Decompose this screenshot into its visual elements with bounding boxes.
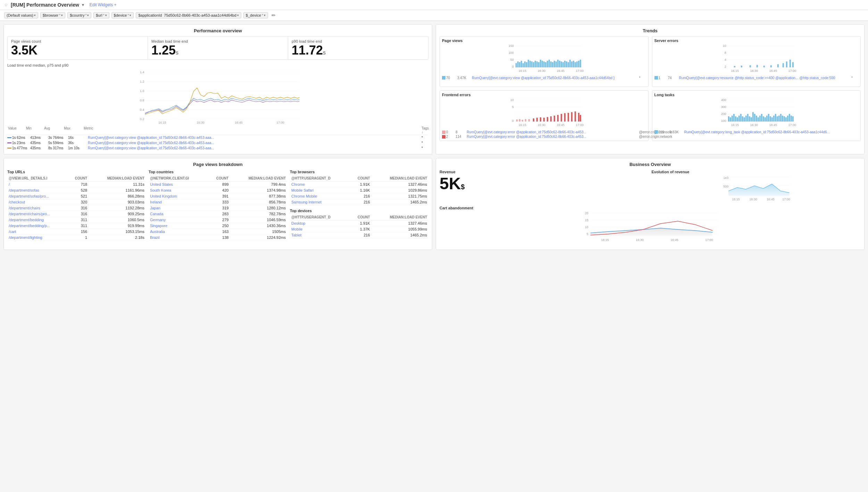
bottom-area: Page views breakdown Top URLs @VIEW.URL_… [0,158,868,253]
svg-text:20: 20 [585,211,588,215]
svg-rect-77 [756,65,758,67]
svg-rect-99 [525,119,526,122]
table-row: United Kingdom391877.38ms [149,193,287,199]
median-load-value: 1.25s [151,44,284,57]
svg-text:16:15: 16:15 [518,69,526,73]
svg-text:16:30: 16:30 [749,198,757,201]
top-browsers-table: @HTTP.USERAGENT_D COUNT MEDIAN:LOAD EVEN… [290,175,428,205]
svg-text:16:30: 16:30 [750,69,758,73]
browsers-devices-section: Top browsers @HTTP.USERAGENT_D COUNT MED… [290,170,428,241]
legend-color-yellow [7,148,11,149]
lt-legend-color [654,130,658,134]
dropdown-arrow-icon: ▾ [61,14,63,17]
svg-rect-84 [792,62,793,67]
svg-rect-52 [564,61,566,67]
svg-text:16:45: 16:45 [557,123,565,127]
table-row: Brazil1381224.92ms [149,235,287,241]
svg-text:0.8: 0.8 [140,99,144,102]
svg-rect-34 [533,62,534,67]
p90-load-metric: p90 load time end 11.72s [288,36,428,59]
trends-grid: Page views 150 100 50 0 [440,36,861,141]
svg-text:15: 15 [585,218,588,222]
filter-default-values[interactable]: (Default values) ▾ [4,12,38,18]
cart-abandonment-chart: 20 15 10 5 16:15 16:30 16:45 17:00 [440,211,861,246]
svg-rect-152 [769,116,771,122]
svg-rect-79 [770,65,771,67]
table-row: Canada283782.78ms [149,211,287,217]
filter-country[interactable]: $country * ▾ [67,12,91,18]
svg-rect-32 [529,61,531,67]
svg-text:16:15: 16:15 [731,123,739,127]
svg-rect-78 [763,66,765,67]
svg-text:0: 0 [512,119,514,123]
revenue-evolution-chart: 1e3 500 16:15 16:30 16:45 17:00 [652,175,861,203]
table-row: /checkout320903.03ms [7,199,146,205]
svg-text:16:45: 16:45 [769,69,777,73]
table-row: /department/sofas/pro...521866.28ms [7,193,146,199]
svg-rect-104 [543,118,545,122]
title-chevron-icon[interactable]: ▾ [82,2,84,7]
edit-dashboard-icon[interactable]: ✏ [272,12,276,18]
legend-color-blue [7,137,11,138]
svg-text:17:00: 17:00 [788,123,796,127]
svg-rect-108 [557,115,559,122]
svg-rect-35 [535,61,536,67]
svg-rect-132 [735,116,736,122]
table-row: /department/chairs/pro...316909.25ms [7,211,146,217]
svg-text:2: 2 [724,65,726,68]
svg-rect-58 [575,62,576,67]
svg-text:1.0: 1.0 [140,89,144,93]
svg-rect-97 [519,119,520,122]
svg-text:16:45: 16:45 [670,238,678,242]
svg-rect-57 [573,61,574,67]
svg-rect-83 [789,60,791,67]
svg-rect-96 [516,119,518,122]
svg-rect-139 [747,114,748,122]
svg-text:200: 200 [721,112,726,116]
table-row: Singapore2501430.36ms [149,223,287,229]
svg-rect-133 [736,117,738,122]
svg-rect-142 [752,112,753,122]
svg-rect-140 [749,116,750,122]
svg-rect-115 [580,115,581,122]
star-icon[interactable]: ☆ [4,2,8,7]
svg-rect-147 [761,114,762,122]
svg-rect-50 [561,61,562,67]
svg-text:100: 100 [721,119,726,123]
svg-text:0.4: 0.4 [140,108,144,111]
svg-rect-33 [531,61,533,67]
trends-panel: Trends Page views 150 100 50 0 [436,24,865,155]
filter-device[interactable]: $device * ▾ [111,12,134,18]
business-overview-title: Business Overview [440,162,861,167]
svg-rect-110 [564,113,566,122]
svg-rect-43 [549,60,550,67]
page-views-breakdown-panel: Page views breakdown Top URLs @VIEW.URL_… [3,158,432,250]
svg-text:8: 8 [724,51,726,55]
svg-rect-25 [517,61,519,67]
svg-rect-109 [561,114,562,122]
server-errors-trend: Server errors 10 8 4 2 [652,36,861,87]
svg-rect-158 [780,114,781,122]
svg-text:17:00: 17:00 [276,121,284,124]
svg-text:10: 10 [510,98,514,102]
table-row: Mobile1.37K1055.99ms [290,226,428,232]
svg-rect-141 [750,117,752,122]
svg-text:400: 400 [721,98,726,102]
svg-text:17:00: 17:00 [788,69,796,73]
revenue-section: Revenue 5K$ [440,170,649,203]
median-load-metric: Median load time end 1.25s [148,36,288,59]
filter-application-id[interactable]: $applicationId 75d50c62-8b66-403c-a453-a… [136,12,241,18]
page-views-trend: Page views 150 100 50 0 [440,36,649,87]
svg-rect-150 [766,116,767,122]
filter-url[interactable]: $url * ▾ [93,12,109,18]
svg-text:16:45: 16:45 [769,123,777,127]
filter-device2[interactable]: $_device * ▾ [243,12,268,18]
svg-rect-75 [741,66,742,67]
svg-rect-49 [559,61,560,67]
load-chart-legend: Value Min Avg Max Metric Tags ↓ 1s 62ms … [7,126,428,151]
dropdown-arrow-icon: ▾ [264,14,266,17]
edit-widgets-button[interactable]: Edit Widgets + [90,2,117,7]
svg-rect-106 [550,116,552,122]
filter-browser[interactable]: $browser * ▾ [40,12,65,18]
filter-toolbar: (Default values) ▾ $browser * ▾ $country… [0,10,868,21]
